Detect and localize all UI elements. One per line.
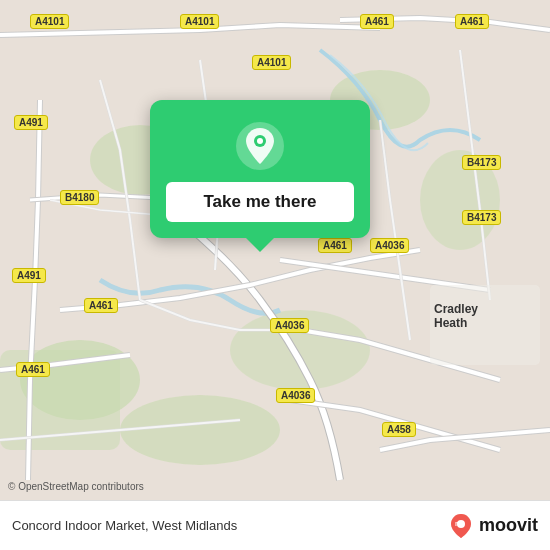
- osm-credit: © OpenStreetMap contributors: [8, 481, 144, 492]
- location-pin-icon: [234, 120, 286, 172]
- road-label-b4173-2: B4173: [462, 210, 501, 225]
- bottom-bar: Concord Indoor Market, West Midlands m m…: [0, 500, 550, 550]
- svg-point-2: [120, 395, 280, 465]
- road-label-a461-2: A461: [455, 14, 489, 29]
- moovit-logo: m moovit: [447, 512, 538, 540]
- svg-point-11: [257, 138, 263, 144]
- road-label-a491-1: A491: [14, 115, 48, 130]
- moovit-brand-name: moovit: [479, 515, 538, 536]
- road-label-b4180: B4180: [60, 190, 99, 205]
- moovit-brand-icon: m: [447, 512, 475, 540]
- road-label-a4101-2: A4101: [180, 14, 219, 29]
- road-label-a4036-3: A4036: [276, 388, 315, 403]
- map-container: A4101 A4101 A461 A461 A4101 A491 B4180 B…: [0, 0, 550, 500]
- map-svg: [0, 0, 550, 500]
- popup-card: Take me there: [150, 100, 370, 238]
- road-label-a4036-1: A4036: [370, 238, 409, 253]
- road-label-a461-4: A461: [318, 238, 352, 253]
- road-label-a4101-1: A4101: [30, 14, 69, 29]
- road-label-a491-2: A491: [12, 268, 46, 283]
- road-label-a461-1: A461: [360, 14, 394, 29]
- road-label-a461-5: A461: [16, 362, 50, 377]
- place-label-cradley-heath: CradleyHeath: [434, 302, 478, 330]
- road-label-a461-3: A461: [84, 298, 118, 313]
- road-label-a4101-3: A4101: [252, 55, 291, 70]
- road-label-a458: A458: [382, 422, 416, 437]
- svg-text:m: m: [455, 520, 461, 527]
- road-label-a4036-2: A4036: [270, 318, 309, 333]
- take-me-there-button[interactable]: Take me there: [166, 182, 354, 222]
- road-label-b4173-1: B4173: [462, 155, 501, 170]
- location-text: Concord Indoor Market, West Midlands: [12, 518, 237, 533]
